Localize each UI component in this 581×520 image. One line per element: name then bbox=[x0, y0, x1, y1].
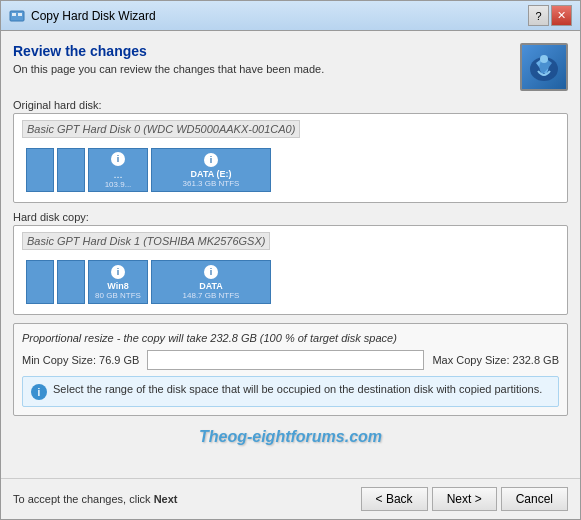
partition-size: 148.7 GB NTFS bbox=[183, 291, 240, 300]
logo-icon bbox=[524, 47, 564, 87]
partition-icon: i bbox=[111, 152, 125, 166]
header-text: Review the changes On this page you can … bbox=[13, 43, 324, 75]
footer-label: To accept the changes, click bbox=[13, 493, 154, 505]
watermark-text: Theog-eightforums.com bbox=[13, 424, 568, 450]
page-description: On this page you can review the changes … bbox=[13, 63, 324, 75]
original-disk-box: Basic GPT Hard Disk 0 (WDC WD5000AAKX-00… bbox=[13, 113, 568, 203]
resize-label: Proportional resize - the copy will take… bbox=[22, 332, 559, 344]
app-icon bbox=[9, 8, 25, 24]
original-disk-section: Original hard disk: Basic GPT Hard Disk … bbox=[13, 99, 568, 203]
partition-item bbox=[57, 148, 85, 192]
svg-point-4 bbox=[540, 55, 548, 63]
partition-item bbox=[26, 148, 54, 192]
info-box: i Select the range of the disk space tha… bbox=[22, 376, 559, 407]
copy-disk-partitions: i Win8 80 GB NTFS i DATA 148.7 GB NTFS bbox=[22, 256, 559, 308]
partition-size: 361.3 GB NTFS bbox=[183, 179, 240, 188]
title-bar-text: Copy Hard Disk Wizard bbox=[31, 9, 156, 23]
max-copy-label: Max Copy Size: 232.8 GB bbox=[432, 354, 559, 366]
copy-disk-title: Basic GPT Hard Disk 1 (TOSHIBA MK2576GSX… bbox=[22, 232, 270, 250]
copy-disk-section: Hard disk copy: Basic GPT Hard Disk 1 (T… bbox=[13, 211, 568, 315]
partition-item bbox=[57, 260, 85, 304]
title-bar-left: Copy Hard Disk Wizard bbox=[9, 8, 156, 24]
partition-label: DATA (E:) bbox=[191, 169, 232, 179]
header-section: Review the changes On this page you can … bbox=[13, 43, 568, 91]
page-title: Review the changes bbox=[13, 43, 324, 59]
svg-rect-1 bbox=[12, 13, 16, 16]
resize-controls: Min Copy Size: 76.9 GB Max Copy Size: 23… bbox=[22, 350, 559, 370]
footer-next-hint: Next bbox=[154, 493, 178, 505]
resize-section: Proportional resize - the copy will take… bbox=[13, 323, 568, 416]
original-disk-label: Original hard disk: bbox=[13, 99, 568, 111]
help-button[interactable]: ? bbox=[528, 5, 549, 26]
partition-icon: i bbox=[111, 265, 125, 279]
partition-size: 103.9... bbox=[105, 180, 132, 189]
partition-item bbox=[26, 260, 54, 304]
partition-dots: ... bbox=[113, 168, 122, 180]
title-bar-controls: ? ✕ bbox=[528, 5, 572, 26]
title-bar: Copy Hard Disk Wizard ? ✕ bbox=[1, 1, 580, 31]
back-button[interactable]: < Back bbox=[361, 487, 428, 511]
resize-slider[interactable] bbox=[147, 350, 424, 370]
cancel-button[interactable]: Cancel bbox=[501, 487, 568, 511]
svg-rect-2 bbox=[18, 13, 22, 16]
footer-buttons: < Back Next > Cancel bbox=[361, 487, 568, 511]
partition-data: i DATA 148.7 GB NTFS bbox=[151, 260, 271, 304]
partition-label: DATA bbox=[199, 281, 223, 291]
info-text: Select the range of the disk space that … bbox=[53, 383, 542, 395]
min-copy-label: Min Copy Size: 76.9 GB bbox=[22, 354, 139, 366]
partition-label: Win8 bbox=[107, 281, 128, 291]
partition-win8: i Win8 80 GB NTFS bbox=[88, 260, 148, 304]
copy-disk-label: Hard disk copy: bbox=[13, 211, 568, 223]
app-logo bbox=[520, 43, 568, 91]
partition-data-e: i DATA (E:) 361.3 GB NTFS bbox=[151, 148, 271, 192]
main-window: Copy Hard Disk Wizard ? ✕ Review the cha… bbox=[0, 0, 581, 520]
next-button[interactable]: Next > bbox=[432, 487, 497, 511]
close-button[interactable]: ✕ bbox=[551, 5, 572, 26]
copy-disk-box: Basic GPT Hard Disk 1 (TOSHIBA MK2576GSX… bbox=[13, 225, 568, 315]
partition-size: 80 GB NTFS bbox=[95, 291, 141, 300]
partition-item: i ... 103.9... bbox=[88, 148, 148, 192]
original-disk-title: Basic GPT Hard Disk 0 (WDC WD5000AAKX-00… bbox=[22, 120, 300, 138]
partition-icon: i bbox=[204, 265, 218, 279]
content-area: Review the changes On this page you can … bbox=[1, 31, 580, 478]
partition-icon: i bbox=[204, 153, 218, 167]
footer-text: To accept the changes, click Next bbox=[13, 493, 177, 505]
info-icon: i bbox=[31, 384, 47, 400]
original-disk-partitions: i ... 103.9... i DATA (E:) 361.3 GB NTFS bbox=[22, 144, 559, 196]
footer: To accept the changes, click Next < Back… bbox=[1, 478, 580, 519]
